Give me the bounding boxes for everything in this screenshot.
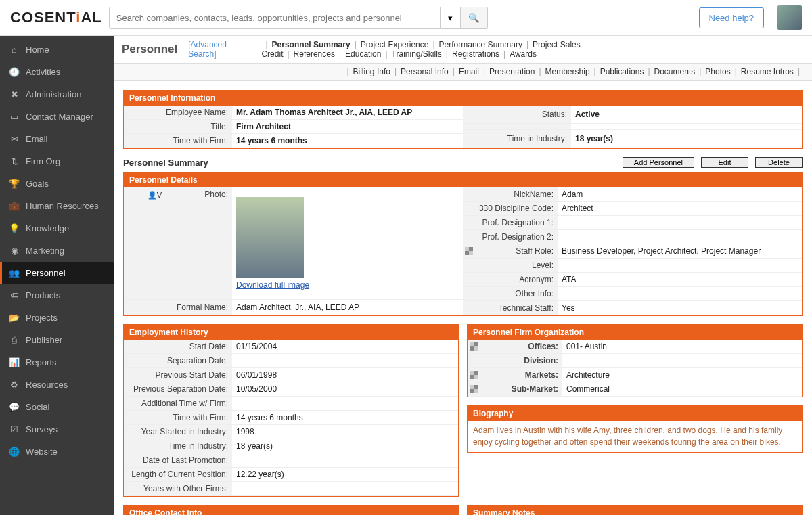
nav-icon: 🕘 <box>9 68 19 77</box>
label-other-info: Other Info: <box>463 287 558 301</box>
tab-documents[interactable]: Documents <box>654 67 696 76</box>
field-value: Commerical <box>562 382 802 397</box>
label-time-in-industry: Time in Industry: <box>463 129 571 148</box>
field-label: Length of Current Position: <box>124 468 232 482</box>
sidebar-item-administration[interactable]: ✖Administration <box>0 83 114 106</box>
sidebar-item-resources[interactable]: ♻Resources <box>0 374 114 396</box>
grid-icon[interactable] <box>465 247 473 255</box>
sidebar-item-products[interactable]: 🏷Products <box>0 284 114 307</box>
sidebar-item-publisher[interactable]: ⎙Publisher <box>0 329 114 351</box>
label-title: Title: <box>124 120 232 134</box>
sidebar-item-label: Contact Manager <box>26 112 93 122</box>
label-nickname: NickName: <box>463 187 558 202</box>
grid-icon[interactable] <box>470 371 478 379</box>
sidebar-item-email[interactable]: ✉Email <box>0 128 114 150</box>
nav-icon: ◉ <box>9 246 19 256</box>
nav-icon: 💬 <box>9 403 19 412</box>
sidebar-item-social[interactable]: 💬Social <box>0 396 114 418</box>
need-help-button[interactable]: Need help? <box>699 7 765 28</box>
field-value: 1998 <box>232 425 458 439</box>
nav-icon: ⇅ <box>9 157 19 166</box>
section-title-personnel-summary: Personnel Summary <box>123 158 208 168</box>
edit-button[interactable]: Edit <box>701 157 748 168</box>
label-prof-designation-2: Prof. Designation 2: <box>463 230 558 244</box>
sidebar-item-contact-manager[interactable]: ▭Contact Manager <box>0 106 114 128</box>
sidebar-item-label: Personnel <box>26 268 66 278</box>
label-level: Level: <box>463 259 558 273</box>
tab-awards[interactable]: Awards <box>510 49 537 59</box>
nav-icon: 👥 <box>9 269 19 278</box>
panel-office-contact-info: Office Contact Info Supervisor:Allison A… <box>123 505 459 515</box>
label-staff-role: Staff Role: <box>463 244 558 259</box>
tab-presentation[interactable]: Presentation <box>489 67 535 76</box>
panel-heading: Biography <box>468 406 802 421</box>
sidebar-item-label: Home <box>26 45 49 55</box>
field-value: 14 years 6 months <box>232 411 458 425</box>
add-personnel-button[interactable]: Add Personnel <box>623 157 694 168</box>
tab-education[interactable]: Education <box>345 49 381 59</box>
sidebar-item-goals[interactable]: 🏆Goals <box>0 173 114 195</box>
sidebar-item-knowledge[interactable]: 💡Knowledge <box>0 217 114 240</box>
nav-icon: ♻ <box>9 380 19 390</box>
tab-email[interactable]: Email <box>459 67 479 76</box>
tab-resume-intros[interactable]: Resume Intros <box>741 67 794 76</box>
tab-billing-info[interactable]: Billing Info <box>353 67 390 76</box>
value-nickname: Adam <box>558 187 802 202</box>
field-value: 06/01/1998 <box>232 368 458 382</box>
sidebar-item-projects[interactable]: 📂Projects <box>0 307 114 329</box>
label-acronym: Acronym: <box>463 273 558 287</box>
vcard-icon[interactable]: 👤V <box>146 189 163 201</box>
search-button[interactable]: 🔍 <box>461 7 488 29</box>
global-search-input[interactable] <box>109 7 441 29</box>
value-status: Active <box>575 110 600 119</box>
label-employee-name: Employee Name: <box>124 106 232 120</box>
tab-references[interactable]: References <box>294 49 335 59</box>
panel-personnel-information: Personnel Information Employee Name:Mr. … <box>123 90 803 149</box>
field-value <box>232 354 458 368</box>
tab-project-experience[interactable]: Project Experience <box>361 40 429 49</box>
nav-icon: 💡 <box>9 224 19 233</box>
sidebar-item-firm-org[interactable]: ⇅Firm Org <box>0 150 114 173</box>
sidebar-item-human-resources[interactable]: 💼Human Resources <box>0 195 114 217</box>
sidebar-item-activities[interactable]: 🕘Activities <box>0 61 114 83</box>
nav-icon: 📂 <box>9 313 19 323</box>
grid-icon[interactable] <box>470 342 478 351</box>
sidebar-item-reports[interactable]: 📊Reports <box>0 351 114 374</box>
nav-icon: ✖ <box>9 90 19 99</box>
sidebar-item-label: Products <box>26 290 60 300</box>
tabs-primary: |Personnel Summary|Project Experience|Pe… <box>261 40 804 59</box>
field-value: 01/15/2004 <box>232 340 458 354</box>
sidebar-item-marketing[interactable]: ◉Marketing <box>0 240 114 262</box>
sidebar-item-personnel[interactable]: 👥Personnel <box>0 262 114 284</box>
panel-heading: Personnel Information <box>124 91 802 106</box>
value-formal-name: Adam Architect, Jr., AIA, LEED AP <box>232 299 463 315</box>
label-technical-staff: Technical Staff: <box>463 301 558 315</box>
tab-performance-summary[interactable]: Performance Summary <box>439 40 522 49</box>
search-dropdown-caret[interactable]: ▾ <box>441 7 461 29</box>
field-label: Division: <box>468 354 562 368</box>
sidebar-item-label: Activities <box>26 67 60 77</box>
sidebar-item-home[interactable]: ⌂Home <box>0 39 114 61</box>
user-avatar[interactable] <box>777 5 802 30</box>
grid-icon[interactable] <box>470 385 478 393</box>
delete-button[interactable]: Delete <box>755 157 803 168</box>
nav-icon: ☑ <box>9 425 19 434</box>
panel-heading: Summary Notes <box>468 506 802 515</box>
nav-icon: 🌐 <box>9 447 19 457</box>
sidebar-item-website[interactable]: 🌐Website <box>0 441 114 463</box>
tab-personal-info[interactable]: Personal Info <box>401 67 449 76</box>
tab-publications[interactable]: Publications <box>600 67 644 76</box>
tab-membership[interactable]: Membership <box>545 67 590 76</box>
tab-training-skills[interactable]: Training/Skills <box>392 49 442 59</box>
download-full-image-link[interactable]: Download full image <box>236 280 309 290</box>
panel-heading: Personnel Details <box>124 173 802 187</box>
tab-registrations[interactable]: Registrations <box>452 49 499 59</box>
advanced-search-link[interactable]: [Advanced Search] <box>188 40 250 59</box>
sidebar-item-surveys[interactable]: ☑Surveys <box>0 418 114 441</box>
field-label: Date of Last Promotion: <box>124 453 232 468</box>
tab-personnel-summary[interactable]: Personnel Summary <box>272 40 351 49</box>
nav-icon: ⎙ <box>9 336 19 345</box>
field-value <box>232 482 458 496</box>
value-staff-role: Business Developer, Project Architect, P… <box>558 244 802 259</box>
tab-photos[interactable]: Photos <box>705 67 730 76</box>
